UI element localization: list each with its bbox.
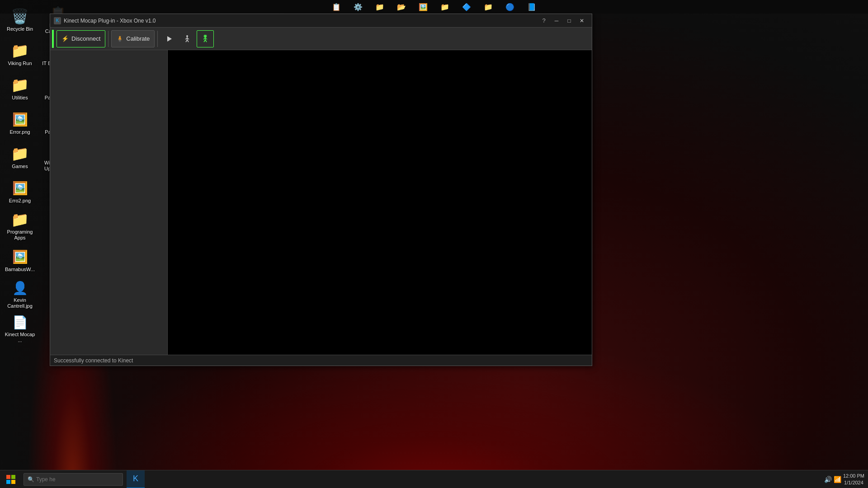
- top-system-bar: 📋 ⚙️ 📁 📂 🖼️ 📁 🔷 📁 🔵 📘: [0, 0, 868, 14]
- top-icon-7[interactable]: 🔷: [460, 0, 473, 13]
- top-icon-10[interactable]: 📘: [525, 0, 538, 13]
- kinect-mocap-icon: 📄: [11, 314, 29, 331]
- taskbar-app-kinect[interactable]: K: [127, 470, 145, 488]
- top-icon-8[interactable]: 📁: [482, 0, 495, 13]
- taskbar-kinect-icon: K: [133, 474, 138, 483]
- desktop-icon-kevin-cantrell-jpg[interactable]: 👤 Kevin Cantrell.jpg: [2, 278, 38, 311]
- error-png-icon: 🖼️: [11, 110, 29, 128]
- svg-point-1: [186, 35, 188, 37]
- record-icon: [165, 35, 173, 43]
- track-button[interactable]: [197, 30, 214, 47]
- toolbar-separator-2: [157, 31, 158, 47]
- skeleton-icon: [183, 35, 191, 43]
- desktop-icon-error-png[interactable]: 🖼️ Error.png: [2, 107, 38, 139]
- system-tray-icon-volume: 📶: [834, 476, 841, 483]
- minimize-button[interactable]: ─: [550, 14, 563, 27]
- status-message: Successfully connected to Kinect: [54, 357, 133, 364]
- desktop-icon-utilities[interactable]: 📁 Utilities: [2, 72, 38, 105]
- games-label: Games: [12, 164, 28, 169]
- kinect-mocap-label: Kinect Mocap ...: [4, 332, 36, 343]
- kevin-cantrell-jpg-icon: 👤: [11, 280, 29, 296]
- calibrate-button[interactable]: 🧍 Calibrate: [111, 30, 155, 47]
- top-icon-4[interactable]: 📂: [395, 0, 408, 13]
- erro2-png-icon: 🖼️: [11, 179, 29, 197]
- windows-logo-icon: [6, 475, 15, 484]
- viking-run-icon: 📁: [11, 42, 29, 60]
- svg-line-12: [205, 40, 207, 42]
- svg-line-5: [186, 40, 187, 42]
- erro2-png-label: Erro2.png: [9, 198, 31, 204]
- desktop-icon-erro2-png[interactable]: 🖼️ Erro2.png: [2, 175, 38, 208]
- games-icon: 📁: [11, 145, 29, 163]
- barnabus-icon: 🖼️: [11, 248, 29, 266]
- svg-line-6: [187, 40, 189, 42]
- connection-indicator: [52, 30, 54, 48]
- svg-marker-0: [167, 36, 172, 42]
- desktop-icon-games[interactable]: 📁 Games: [2, 141, 38, 174]
- top-icon-9[interactable]: 🔵: [504, 0, 516, 13]
- window-toolbar: ⚡ Disconnect 🧍 Calibrate: [50, 28, 592, 50]
- kinect-mocap-window: K Kinect Mocap Plug-in - Xbox One v1.0 ?…: [50, 14, 592, 366]
- recycle-bin-label: Recycle Bin: [7, 26, 33, 32]
- programming-apps-icon: 📁: [11, 211, 29, 228]
- desktop-icons-area: 🗑️ Recycle Bin 📁 Viking Run 📁 Utilities …: [0, 0, 49, 371]
- top-icon-1[interactable]: 📋: [330, 0, 343, 13]
- search-icon: 🔍: [28, 476, 34, 483]
- window-title: Kinect Mocap Plug-in - Xbox One v1.0: [64, 18, 538, 24]
- taskbar: 🔍 K 🔊 📶 12:00 PM 1/1/2024: [0, 470, 868, 488]
- record-button[interactable]: [160, 30, 178, 47]
- status-bar: Successfully connected to Kinect: [50, 355, 592, 366]
- skeleton-button[interactable]: [179, 30, 196, 47]
- desktop-icon-viking-run[interactable]: 📁 Viking Run: [2, 38, 38, 70]
- clock-date: 1/1/2024: [843, 479, 864, 486]
- desktop-icon-barnabus[interactable]: 🖼️ BarnabusW...: [2, 244, 38, 277]
- disconnect-label: Disconnect: [71, 35, 100, 42]
- taskbar-right-area: 🔊 📶 12:00 PM 1/1/2024: [824, 473, 868, 486]
- maximize-button[interactable]: □: [563, 14, 576, 27]
- kinect-viewport: [168, 50, 592, 355]
- window-icon-symbol: K: [56, 18, 59, 23]
- window-controls: ─ □ ✕: [550, 14, 588, 27]
- taskbar-search-box[interactable]: 🔍: [24, 473, 123, 486]
- taskbar-search-input[interactable]: [36, 476, 119, 483]
- track-icon: [201, 35, 209, 43]
- clock-time: 12:00 PM: [843, 473, 864, 479]
- barnabus-label: BarnabusW...: [5, 267, 35, 272]
- close-button[interactable]: ✕: [576, 14, 588, 27]
- help-button[interactable]: ?: [538, 14, 550, 27]
- top-icon-6[interactable]: 📁: [439, 0, 451, 13]
- top-icon-3[interactable]: 📁: [373, 0, 386, 13]
- window-titlebar: K Kinect Mocap Plug-in - Xbox One v1.0 ?…: [50, 14, 592, 28]
- disconnect-button[interactable]: ⚡ Disconnect: [57, 30, 105, 47]
- disconnect-icon: ⚡: [61, 35, 69, 42]
- system-tray-icon-network: 🔊: [824, 476, 832, 483]
- calibrate-label: Calibrate: [126, 35, 150, 42]
- svg-point-7: [204, 35, 206, 37]
- window-main-content: [50, 50, 592, 355]
- top-icon-5[interactable]: 🖼️: [417, 0, 429, 13]
- programming-apps-label: Programing Apps: [4, 229, 36, 241]
- utilities-label: Utilities: [12, 95, 28, 101]
- viking-run-label: Viking Run: [8, 61, 32, 66]
- system-clock[interactable]: 12:00 PM 1/1/2024: [843, 473, 864, 486]
- start-button[interactable]: [0, 470, 22, 488]
- kevin-cantrell-jpg-label: Kevin Cantrell.jpg: [4, 297, 36, 309]
- top-icon-2[interactable]: ⚙️: [352, 0, 364, 13]
- svg-line-11: [204, 40, 205, 42]
- window-app-icon: K: [54, 17, 61, 24]
- desktop-icon-kinect-mocap[interactable]: 📄 Kinect Mocap ...: [2, 313, 38, 345]
- desktop: 📋 ⚙️ 📁 📂 🖼️ 📁 🔷 📁 🔵 📘 🗑️ Recycle Bin 📁 V…: [0, 0, 868, 488]
- left-panel: [50, 50, 168, 355]
- desktop-icon-programming-apps[interactable]: 📁 Programing Apps: [2, 210, 38, 242]
- toolbar-separator-1: [108, 31, 108, 47]
- calibrate-icon: 🧍: [116, 35, 123, 42]
- utilities-icon: 📁: [11, 76, 29, 94]
- error-png-label: Error.png: [9, 129, 30, 135]
